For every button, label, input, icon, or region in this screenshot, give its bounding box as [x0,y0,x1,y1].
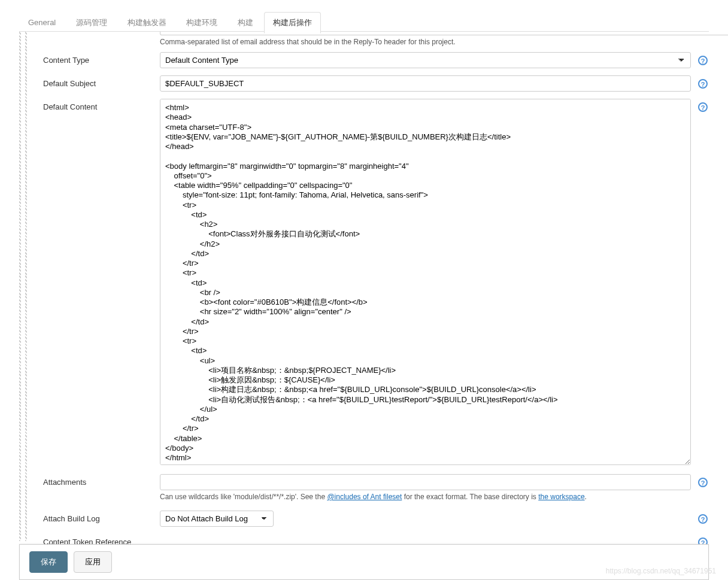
help-attach-build-log[interactable]: ? [697,511,709,524]
drag-handle-outer[interactable] [19,32,21,541]
select-attach-build-log[interactable]: Do Not Attach Build Log [160,511,274,527]
page-root: { "tabs": [ {"label": "General"}, {"labe… [0,0,728,580]
row-default-subject: Default Subject ? [43,75,709,92]
tab-env[interactable]: 构建环境 [177,12,226,33]
input-default-subject[interactable] [160,75,691,92]
row-default-content: Default Content ? [43,99,709,467]
drag-handle-inner[interactable] [25,32,27,541]
tab-general[interactable]: General [19,13,65,32]
label-default-subject: Default Subject [43,75,160,88]
label-content-type: Content Type [43,52,160,65]
save-button[interactable]: 保存 [29,551,68,573]
tab-triggers[interactable]: 构建触发器 [119,12,175,33]
link-ant-includes[interactable]: @includes of Ant fileset [327,493,402,501]
tabs-bar: General 源码管理 构建触发器 构建环境 构建 构建后操作 [19,11,709,32]
help-content-type[interactable]: ? [697,52,709,65]
content-area: Comma-separated list of email address th… [19,32,709,541]
partial-input-bottom[interactable] [160,32,728,35]
link-workspace[interactable]: the workspace [538,493,584,501]
row-attach-build-log: Attach Build Log Do Not Attach Build Log… [43,511,709,527]
row-attachments: Attachments ? [43,474,709,490]
help-attachments[interactable]: ? [697,474,709,487]
select-content-type[interactable]: Default Content Type [160,52,691,68]
tab-scm[interactable]: 源码管理 [67,12,116,33]
tab-post-build[interactable]: 构建后操作 [264,12,321,34]
row-content-type: Content Type Default Content Type ? [43,52,709,68]
bottom-bar: 保存 应用 [19,544,709,580]
attachments-helper: Can use wildcards like 'module/dist/**/*… [160,493,691,501]
help-default-content[interactable]: ? [697,99,709,112]
help-default-subject[interactable]: ? [697,75,709,89]
form-area: Comma-separated list of email address th… [43,32,709,541]
label-attach-build-log: Attach Build Log [43,511,160,523]
label-default-content: Default Content [43,99,160,111]
apply-button[interactable]: 应用 [74,551,112,573]
input-attachments[interactable] [160,474,691,490]
textarea-default-content[interactable] [160,99,691,465]
label-attachments: Attachments [43,474,160,487]
reply-to-helper: Comma-separated list of email address th… [160,38,691,46]
tab-build[interactable]: 构建 [229,12,262,33]
